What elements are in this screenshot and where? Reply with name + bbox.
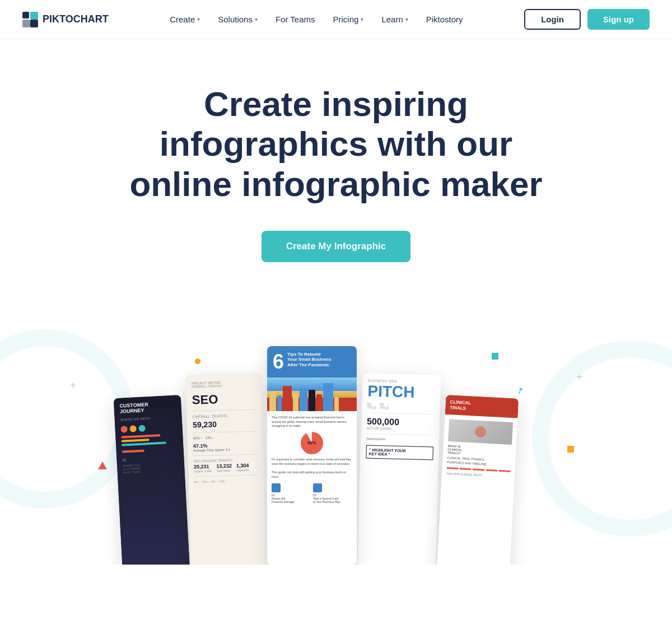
nav-item-learn[interactable]: Learn ▾ [374, 10, 416, 29]
card-clinical-title: CLINICALTRIALS [450, 399, 514, 413]
nav-item-create[interactable]: Create ▾ [162, 10, 208, 29]
nav-label-solutions: Solutions [218, 15, 253, 24]
nav-item-forteams[interactable]: For Teams [268, 10, 323, 29]
chevron-down-icon: ▾ [197, 16, 200, 22]
nav-label-piktostory: Piktostory [426, 15, 463, 24]
card-tips-text-1: The COVID-19 outbreak has wreaked financ… [272, 416, 352, 428]
showcase-section: + + ↗ CUSTOMERjourney WHERE WE WERE 02 [0, 318, 672, 565]
logo[interactable]: PIKTOCHART [22, 12, 109, 27]
svg-rect-0 [22, 12, 29, 18]
logo-text: PIKTOCHART [43, 13, 109, 25]
card-clinical-help: CAN OUR CLINICAL HELP? [446, 471, 510, 478]
card-customer-title: CUSTOMERjourney [119, 400, 176, 414]
card-tips-city-illustration [267, 378, 357, 411]
chevron-down-icon: ▾ [255, 16, 258, 22]
card-seo: PROJECT METRICOVERALL TRAFFIC SEO OVERAL… [186, 373, 267, 565]
card-pitch-stats-row: 02.TITLE 03.TITLE [367, 402, 435, 411]
cta-button[interactable]: Create My Infographic [262, 231, 411, 262]
card-clinical-body: WHAT ISCLINICALTRIALS? CLINICAL TRIAL PH… [442, 414, 518, 483]
nav-item-pricing[interactable]: Pricing ▾ [325, 10, 372, 29]
card-seo-stat: 59,230 [193, 418, 257, 429]
hero-section: Create inspiring infographics with our o… [0, 39, 672, 285]
card-tips: 6 Tips To RebuildYour Small BusinessAfte… [267, 346, 357, 565]
chevron-down-icon: ▾ [405, 16, 408, 22]
card-pitch-title: PITCH [367, 383, 435, 400]
card-tips-title: Tips To RebuildYour Small BusinessAfter … [287, 352, 332, 368]
card-tips-text-2: It's important to consider what recovery… [272, 458, 352, 479]
card-clinical-subtitle: WHAT ISCLINICALTRIALS? [447, 444, 512, 458]
square-decoration [567, 446, 574, 453]
card-customer-journey: CUSTOMERjourney WHERE WE WERE 02 WHERE O… [114, 395, 190, 565]
svg-rect-1 [30, 12, 38, 20]
nav-actions: Login Sign up [524, 9, 650, 30]
nav-item-solutions[interactable]: Solutions ▾ [210, 10, 265, 29]
card-customer-icons [120, 423, 176, 432]
card-tips-circle-stat: 92% [301, 432, 323, 454]
card-tips-header: 6 Tips To RebuildYour Small BusinessAfte… [267, 346, 357, 378]
triangle-decoration [98, 462, 107, 469]
card-tips-steps: 01Assess theFinancial Damage 02Take a Se… [272, 483, 352, 504]
card-customer-sub: WHERE WE WERE [120, 415, 176, 421]
nav-label-create: Create [170, 15, 195, 24]
svg-rect-3 [30, 20, 38, 27]
login-button[interactable]: Login [524, 9, 581, 30]
plus-decoration-left: + [70, 380, 76, 392]
cards-container: CUSTOMERjourney WHERE WE WERE 02 WHERE O… [118, 346, 554, 565]
chevron-down-icon: ▾ [361, 16, 363, 22]
nav-item-piktostory[interactable]: Piktostory [418, 10, 471, 29]
card-seo-title: SEO [192, 391, 257, 407]
signup-button[interactable]: Sign up [587, 9, 650, 30]
card-clinical-image [448, 419, 513, 445]
card-seo-label: PROJECT METRICOVERALL TRAFFIC [192, 380, 256, 388]
logo-icon [22, 12, 38, 27]
card-tips-body: The COVID-19 outbreak has wreaked financ… [267, 411, 357, 509]
nav-label-learn: Learn [381, 15, 403, 24]
card-clinical-text: CLINICAL TRIAL PHASES,PURPOSES AND TIMEL… [447, 456, 511, 468]
navigation: PIKTOCHART Create ▾ Solutions ▾ For Team… [0, 0, 672, 39]
plus-decoration-right: + [576, 371, 582, 383]
nav-label-pricing: Pricing [333, 15, 359, 24]
card-pitch-quote: " HIGHLIGHT YOURKEY IDEA " [366, 445, 433, 460]
card-pitch-description: PARAGRAPH [366, 437, 433, 442]
hero-title: Create inspiring infographics with our o… [126, 84, 546, 204]
card-pitch: BUSINESS IDEA PITCH 02.TITLE 03.TITLE 50… [357, 373, 441, 565]
nav-links: Create ▾ Solutions ▾ For Teams Pricing ▾… [162, 10, 470, 29]
card-clinical: CLINICALTRIALS WHAT ISCLINICALTRIALS? CL… [437, 395, 519, 565]
nav-label-forteams: For Teams [276, 15, 315, 24]
card-clinical-bars [447, 467, 511, 472]
card-tips-number: 6 [273, 352, 284, 372]
svg-rect-2 [22, 20, 30, 27]
